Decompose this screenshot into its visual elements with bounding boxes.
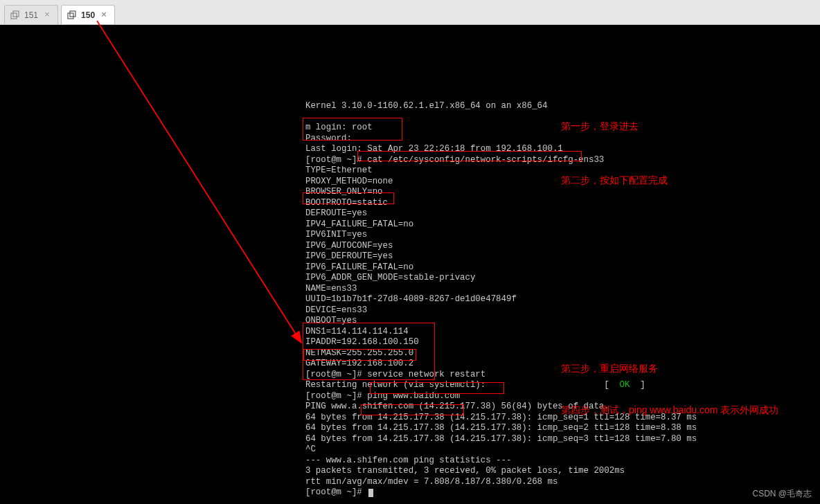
terminal-line: Password: bbox=[0, 134, 820, 145]
terminal-line: BROWSER_ONLY=no bbox=[0, 187, 820, 198]
svg-rect-2 bbox=[68, 13, 73, 19]
terminal-line: [root@m ~]# ping www.baidu.com bbox=[0, 391, 820, 402]
terminal-line: IPV6_FAILURE_FATAL=no bbox=[0, 262, 820, 273]
terminal-line: rtt min/avg/max/mdev = 7.808/8.187/8.380… bbox=[0, 477, 820, 488]
terminal-line: [root@m ~]# bbox=[0, 487, 820, 498]
terminal-line: Last login: Sat Apr 23 22:26:18 from 192… bbox=[0, 144, 820, 155]
terminal-line: PROXY_METHOD=none bbox=[0, 177, 820, 188]
terminal-line: DEVICE=ens33 bbox=[0, 305, 820, 316]
annotation-step1: 第一步，登录进去 bbox=[561, 120, 639, 133]
terminal-line: DEFROUTE=yes bbox=[0, 208, 820, 219]
terminal-line: UUID=1b1b7b1f-27d8-4089-8267-de1d0e47849… bbox=[0, 294, 820, 305]
annotation-step3: 第三步，重启网络服务 bbox=[561, 363, 658, 375]
svg-rect-0 bbox=[11, 13, 17, 19]
tab-150[interactable]: 150 × bbox=[61, 5, 115, 24]
terminal-cursor bbox=[368, 489, 373, 497]
svg-rect-3 bbox=[70, 11, 75, 17]
terminal-line: [root@m ~]# cat /etc/sysconfig/network-s… bbox=[0, 155, 820, 166]
terminal-line bbox=[0, 112, 820, 123]
terminal-line: TYPE=Ethernet bbox=[0, 165, 820, 177]
terminal-line: IPV6INIT=yes bbox=[0, 230, 820, 241]
terminal-line: IPADDR=192.168.100.150 bbox=[0, 337, 820, 348]
terminal-panel[interactable]: Kernel 3.10.0-1160.62.1.el7.x86_64 on an… bbox=[0, 25, 820, 504]
terminal-line: NETMASK=255.255.255.0 bbox=[0, 348, 820, 359]
terminal-line: m login: root bbox=[0, 123, 820, 134]
terminal-line: 64 bytes from 14.215.177.38 (14.215.177.… bbox=[0, 434, 820, 445]
terminal-line: ONBOOT=yes bbox=[0, 316, 820, 327]
terminal-line: 64 bytes from 14.215.177.38 (14.215.177.… bbox=[0, 423, 820, 434]
stack-icon bbox=[67, 10, 77, 20]
tab-label: 151 bbox=[24, 10, 38, 20]
status-ok: OK bbox=[620, 380, 630, 390]
annotation-step2: 第二步，按如下配置完成 bbox=[561, 174, 668, 187]
annotation-step4: 第四步，测试，ping www.baidu.com 表示外网成功 bbox=[561, 404, 778, 417]
close-icon[interactable]: × bbox=[42, 10, 52, 20]
terminal-line: Kernel 3.10.0-1160.62.1.el7.x86_64 on an… bbox=[0, 101, 820, 112]
terminal-text: Kernel 3.10.0-1160.62.1.el7.x86_64 on an… bbox=[0, 25, 820, 504]
terminal-line: Restarting network (via systemctl): [ OK… bbox=[0, 380, 820, 391]
terminal-line: --- www.a.shifen.com ping statistics --- bbox=[0, 456, 820, 467]
terminal-line: ^C bbox=[0, 444, 820, 456]
terminal-line: BOOTPROTO=static bbox=[0, 198, 820, 209]
terminal-line: 3 packets transmitted, 3 received, 0% pa… bbox=[0, 466, 820, 477]
terminal-line: GATEWAY=192.168.100.2 bbox=[0, 359, 820, 370]
close-icon[interactable]: × bbox=[99, 10, 109, 20]
watermark: CSDN @毛奇志 bbox=[752, 488, 812, 500]
stack-icon bbox=[10, 10, 20, 20]
tab-bar: 151 × 150 × bbox=[0, 0, 820, 25]
tab-label: 150 bbox=[81, 10, 95, 20]
terminal-line: DNS1=114.114.114.114 bbox=[0, 327, 820, 338]
terminal-line: IPV6_DEFROUTE=yes bbox=[0, 251, 820, 262]
terminal-line: IPV6_ADDR_GEN_MODE=stable-privacy bbox=[0, 273, 820, 284]
terminal-line: IPV4_FAILURE_FATAL=no bbox=[0, 219, 820, 231]
svg-rect-1 bbox=[13, 11, 19, 17]
tab-151[interactable]: 151 × bbox=[4, 5, 58, 24]
terminal-line: NAME=ens33 bbox=[0, 284, 820, 295]
terminal-line: IPV6_AUTOCONF=yes bbox=[0, 241, 820, 252]
terminal-line: [root@m ~]# service network restart bbox=[0, 370, 820, 381]
